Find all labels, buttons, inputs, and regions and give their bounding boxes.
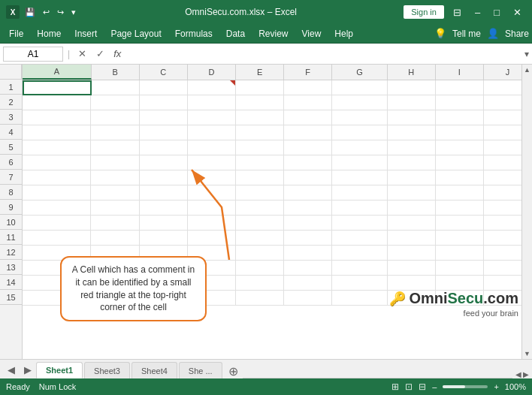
- normal-view-button[interactable]: ⊞: [391, 381, 399, 392]
- table-row: [23, 185, 532, 201]
- scroll-down-button[interactable]: ▼: [522, 348, 532, 359]
- window-close-button[interactable]: ✕: [509, 5, 526, 20]
- row-header-15[interactable]: 15: [0, 290, 22, 305]
- cell-D1[interactable]: [188, 80, 236, 95]
- row-header-5[interactable]: 5: [0, 140, 22, 155]
- row-header-10[interactable]: 10: [0, 215, 22, 230]
- page-layout-view-button[interactable]: ⊡: [405, 381, 413, 392]
- col-header-H[interactable]: H: [388, 65, 436, 80]
- row-header-9[interactable]: 9: [0, 200, 22, 215]
- share-label[interactable]: Share: [505, 29, 529, 39]
- add-sheet-button[interactable]: ⊕: [224, 364, 243, 378]
- corner-cell: [0, 65, 22, 80]
- col-header-I[interactable]: I: [436, 65, 484, 80]
- cell-A2[interactable]: [23, 95, 91, 110]
- col-header-E[interactable]: E: [236, 65, 284, 80]
- formula-cancel-button[interactable]: ✕: [74, 48, 89, 59]
- row-header-6[interactable]: 6: [0, 155, 22, 170]
- col-header-A[interactable]: A: [23, 65, 92, 80]
- row-header-8[interactable]: 8: [0, 185, 22, 200]
- zoom-plus-button[interactable]: +: [494, 382, 498, 391]
- menu-file[interactable]: File: [3, 26, 29, 41]
- row-header-13[interactable]: 13: [0, 260, 22, 275]
- numlock-label: Num Lock: [39, 382, 77, 391]
- window-maximize-button[interactable]: □: [489, 5, 504, 20]
- col-header-F[interactable]: F: [284, 65, 332, 80]
- row-header-14[interactable]: 14: [0, 275, 22, 290]
- main-area: 1 2 3 4 5 6 7 8 9 10 11 12 13 14 15 A B …: [0, 65, 532, 359]
- omnisecu-logo: 🔑 OmniSecu.com feed your brain: [389, 290, 518, 318]
- key-icon: 🔑: [389, 291, 406, 307]
- cell-G1[interactable]: [332, 80, 387, 95]
- table-row: [23, 110, 532, 125]
- cell-H1[interactable]: [388, 80, 436, 95]
- table-row: [23, 125, 532, 140]
- filename-label: OmniSecu.com.xlsx – Excel: [185, 7, 297, 17]
- row-header-12[interactable]: 12: [0, 245, 22, 260]
- qat-customize-button[interactable]: ▾: [69, 6, 78, 19]
- table-row: [23, 155, 532, 170]
- menu-review[interactable]: Review: [252, 26, 294, 41]
- sheet-tab-she[interactable]: She ...: [179, 362, 222, 378]
- zoom-minus-button[interactable]: –: [432, 382, 437, 391]
- title-bar: X 💾 ↩ ↪ ▾ OmniSecu.com.xlsx – Excel Sign…: [0, 0, 532, 24]
- scroll-up-button[interactable]: ▲: [522, 65, 532, 75]
- title-bar-left: X 💾 ↩ ↪ ▾: [6, 5, 78, 19]
- sheet-tab-sheet3[interactable]: Sheet3: [84, 362, 130, 378]
- sheet-tab-sheet4[interactable]: Sheet4: [131, 362, 177, 378]
- status-bar-right: ⊞ ⊡ ⊟ – + 100%: [391, 381, 526, 392]
- redo-button[interactable]: ↪: [55, 6, 66, 19]
- vertical-scrollbar[interactable]: ▲ ▼: [521, 65, 532, 359]
- window-minimize-button[interactable]: –: [470, 5, 485, 20]
- cell-F1[interactable]: [284, 80, 332, 95]
- col-header-C[interactable]: C: [140, 65, 188, 80]
- fx-icon: fx: [110, 48, 124, 59]
- app-wrapper: X 💾 ↩ ↪ ▾ OmniSecu.com.xlsx – Excel Sign…: [0, 0, 532, 395]
- row-header-1[interactable]: 1: [0, 80, 22, 95]
- col-header-G[interactable]: G: [332, 65, 387, 80]
- col-header-B[interactable]: B: [92, 65, 140, 80]
- hscroll-right-button[interactable]: ▶: [523, 370, 529, 378]
- formula-input[interactable]: [127, 49, 521, 59]
- comment-triangle-indicator: [230, 80, 235, 86]
- zoom-slider[interactable]: [443, 385, 488, 388]
- cell-A1[interactable]: [23, 80, 92, 95]
- menu-help[interactable]: Help: [328, 26, 359, 41]
- sign-in-button[interactable]: Sign in: [404, 5, 444, 19]
- column-headers: A B C D E F G H I J: [23, 65, 532, 80]
- menu-view[interactable]: View: [296, 26, 328, 41]
- row-header-7[interactable]: 7: [0, 170, 22, 185]
- user-icon: 👤: [487, 28, 499, 39]
- cell-C1[interactable]: [140, 80, 188, 95]
- cell-E1[interactable]: [236, 80, 284, 95]
- page-break-view-button[interactable]: ⊟: [419, 381, 426, 392]
- table-row: [23, 95, 532, 110]
- save-qat-button[interactable]: 💾: [23, 6, 38, 19]
- formula-expand-button[interactable]: ▾: [524, 49, 529, 59]
- window-restore-button[interactable]: ⊟: [449, 5, 466, 20]
- name-box[interactable]: [3, 47, 63, 62]
- row-headers: 1 2 3 4 5 6 7 8 9 10 11 12 13 14 15: [0, 65, 23, 359]
- tell-me-label[interactable]: Tell me: [452, 29, 481, 39]
- cell-B1[interactable]: [92, 80, 140, 95]
- window-title: OmniSecu.com.xlsx – Excel: [78, 7, 404, 17]
- menu-page-layout[interactable]: Page Layout: [104, 26, 167, 41]
- table-row: [23, 80, 532, 95]
- row-header-2[interactable]: 2: [0, 95, 22, 110]
- sheet-tab-sheet1[interactable]: Sheet1: [36, 362, 83, 378]
- row-header-11[interactable]: 11: [0, 230, 22, 245]
- menu-insert[interactable]: Insert: [68, 26, 103, 41]
- formula-bar: | ✕ ✓ fx ▾: [0, 44, 532, 65]
- menu-data[interactable]: Data: [220, 26, 251, 41]
- sheet-tab-prev-button[interactable]: ◀: [3, 360, 20, 378]
- sheet-tab-next-button[interactable]: ▶: [20, 360, 36, 378]
- hscroll-left-button[interactable]: ◀: [515, 370, 521, 378]
- col-header-D[interactable]: D: [188, 65, 236, 80]
- row-header-3[interactable]: 3: [0, 110, 22, 125]
- undo-button[interactable]: ↩: [41, 6, 52, 19]
- formula-confirm-button[interactable]: ✓: [92, 48, 107, 59]
- cell-I1[interactable]: [436, 80, 484, 95]
- menu-formulas[interactable]: Formulas: [169, 26, 219, 41]
- menu-home[interactable]: Home: [31, 26, 67, 41]
- row-header-4[interactable]: 4: [0, 125, 22, 140]
